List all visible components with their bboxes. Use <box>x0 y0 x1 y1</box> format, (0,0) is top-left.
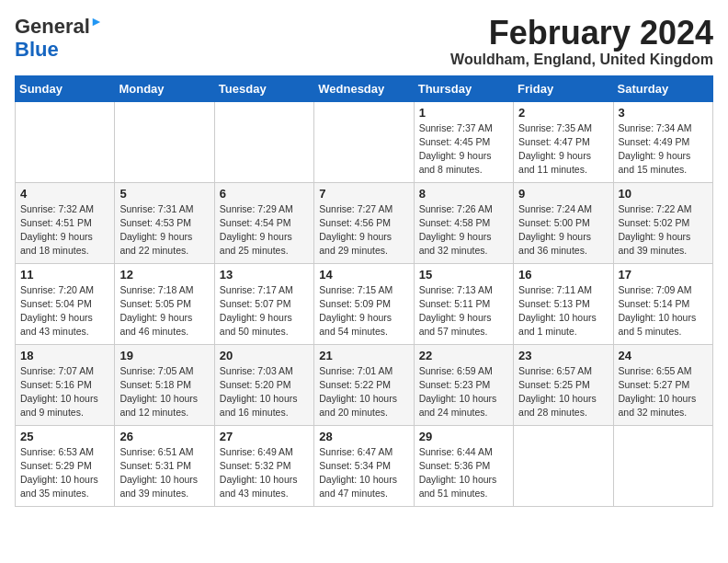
calendar-cell: 18Sunrise: 7:07 AMSunset: 5:16 PMDayligh… <box>16 344 115 425</box>
day-info: Sunrise: 7:01 AMSunset: 5:22 PMDaylight:… <box>319 365 397 419</box>
calendar-cell: 21Sunrise: 7:01 AMSunset: 5:22 PMDayligh… <box>314 344 414 425</box>
calendar-cell: 9Sunrise: 7:24 AMSunset: 5:00 PMDaylight… <box>514 182 613 263</box>
day-number: 15 <box>419 268 508 282</box>
calendar-cell: 22Sunrise: 6:59 AMSunset: 5:23 PMDayligh… <box>414 344 513 425</box>
day-number: 18 <box>20 349 109 362</box>
day-info: Sunrise: 6:44 AMSunset: 5:36 PMDaylight:… <box>419 446 497 500</box>
calendar-week-row: 25Sunrise: 6:53 AMSunset: 5:29 PMDayligh… <box>16 425 713 506</box>
calendar-cell: 1Sunrise: 7:37 AMSunset: 4:45 PMDaylight… <box>414 101 513 182</box>
day-info: Sunrise: 6:55 AMSunset: 5:27 PMDaylight:… <box>619 365 697 419</box>
day-number: 1 <box>419 106 508 120</box>
day-info: Sunrise: 6:47 AMSunset: 5:34 PMDaylight:… <box>319 446 397 500</box>
day-number: 22 <box>419 349 508 362</box>
calendar-cell: 2Sunrise: 7:35 AMSunset: 4:47 PMDaylight… <box>514 101 613 182</box>
calendar-cell: 25Sunrise: 6:53 AMSunset: 5:29 PMDayligh… <box>16 425 115 506</box>
weekday-header-saturday: Saturday <box>613 75 712 101</box>
calendar-cell <box>214 101 313 182</box>
day-info: Sunrise: 7:35 AMSunset: 4:47 PMDaylight:… <box>518 122 592 176</box>
day-info: Sunrise: 7:37 AMSunset: 4:45 PMDaylight:… <box>419 122 493 176</box>
calendar-week-row: 18Sunrise: 7:07 AMSunset: 5:16 PMDayligh… <box>16 344 713 425</box>
day-number: 23 <box>518 349 608 362</box>
day-info: Sunrise: 6:49 AMSunset: 5:32 PMDaylight:… <box>220 446 298 500</box>
day-info: Sunrise: 7:34 AMSunset: 4:49 PMDaylight:… <box>619 122 692 176</box>
calendar-cell: 12Sunrise: 7:18 AMSunset: 5:05 PMDayligh… <box>115 263 214 344</box>
day-number: 24 <box>619 349 708 362</box>
day-number: 13 <box>220 268 309 282</box>
calendar-cell: 3Sunrise: 7:34 AMSunset: 4:49 PMDaylight… <box>613 101 712 182</box>
weekday-header-monday: Monday <box>115 75 214 101</box>
weekday-header-thursday: Thursday <box>414 75 513 101</box>
day-info: Sunrise: 7:27 AMSunset: 4:56 PMDaylight:… <box>319 203 392 257</box>
day-info: Sunrise: 7:13 AMSunset: 5:11 PMDaylight:… <box>419 284 493 338</box>
day-info: Sunrise: 7:05 AMSunset: 5:18 PMDaylight:… <box>119 365 198 419</box>
calendar-cell: 16Sunrise: 7:11 AMSunset: 5:13 PMDayligh… <box>514 263 613 344</box>
day-info: Sunrise: 7:09 AMSunset: 5:14 PMDaylight:… <box>619 284 697 338</box>
calendar-table: SundayMondayTuesdayWednesdayThursdayFrid… <box>15 75 713 507</box>
calendar-cell <box>613 425 712 506</box>
calendar-cell: 29Sunrise: 6:44 AMSunset: 5:36 PMDayligh… <box>414 425 513 506</box>
day-number: 14 <box>319 268 408 282</box>
day-number: 25 <box>20 430 109 443</box>
calendar-cell: 4Sunrise: 7:32 AMSunset: 4:51 PMDaylight… <box>16 182 115 263</box>
day-info: Sunrise: 7:07 AMSunset: 5:16 PMDaylight:… <box>20 365 98 419</box>
calendar-cell <box>16 101 115 182</box>
day-number: 21 <box>319 349 408 362</box>
calendar-week-row: 11Sunrise: 7:20 AMSunset: 5:04 PMDayligh… <box>16 263 713 344</box>
day-info: Sunrise: 7:17 AMSunset: 5:07 PMDaylight:… <box>220 284 293 338</box>
calendar-week-row: 4Sunrise: 7:32 AMSunset: 4:51 PMDaylight… <box>16 182 713 263</box>
calendar-cell: 6Sunrise: 7:29 AMSunset: 4:54 PMDaylight… <box>214 182 313 263</box>
day-info: Sunrise: 7:24 AMSunset: 5:00 PMDaylight:… <box>518 203 592 257</box>
calendar-cell: 11Sunrise: 7:20 AMSunset: 5:04 PMDayligh… <box>16 263 115 344</box>
calendar-cell <box>314 101 414 182</box>
calendar-cell: 14Sunrise: 7:15 AMSunset: 5:09 PMDayligh… <box>314 263 414 344</box>
day-number: 26 <box>119 430 209 443</box>
weekday-header-sunday: Sunday <box>16 75 115 101</box>
calendar-cell <box>514 425 613 506</box>
weekday-header-tuesday: Tuesday <box>214 75 313 101</box>
day-info: Sunrise: 7:32 AMSunset: 4:51 PMDaylight:… <box>20 203 94 257</box>
calendar-cell <box>115 101 214 182</box>
day-number: 8 <box>419 187 508 201</box>
title-area: February 2024 Wouldham, England, United … <box>450 15 713 68</box>
calendar-cell: 20Sunrise: 7:03 AMSunset: 5:20 PMDayligh… <box>214 344 313 425</box>
logo-blue: Blue <box>15 38 59 61</box>
day-number: 2 <box>518 106 608 120</box>
day-info: Sunrise: 7:26 AMSunset: 4:58 PMDaylight:… <box>419 203 493 257</box>
logo-text: General► Blue <box>15 15 103 61</box>
day-number: 11 <box>20 268 109 282</box>
day-info: Sunrise: 7:11 AMSunset: 5:13 PMDaylight:… <box>518 284 597 338</box>
calendar-cell: 7Sunrise: 7:27 AMSunset: 4:56 PMDaylight… <box>314 182 414 263</box>
day-number: 10 <box>619 187 708 201</box>
calendar-cell: 17Sunrise: 7:09 AMSunset: 5:14 PMDayligh… <box>613 263 712 344</box>
day-info: Sunrise: 7:29 AMSunset: 4:54 PMDaylight:… <box>220 203 293 257</box>
day-number: 29 <box>419 430 508 443</box>
weekday-header-friday: Friday <box>514 75 613 101</box>
day-number: 9 <box>518 187 608 201</box>
day-info: Sunrise: 6:57 AMSunset: 5:25 PMDaylight:… <box>518 365 597 419</box>
day-info: Sunrise: 7:03 AMSunset: 5:20 PMDaylight:… <box>220 365 298 419</box>
page-header: General► Blue February 2024 Wouldham, En… <box>15 15 713 68</box>
calendar-cell: 28Sunrise: 6:47 AMSunset: 5:34 PMDayligh… <box>314 425 414 506</box>
day-info: Sunrise: 7:31 AMSunset: 4:53 PMDaylight:… <box>119 203 193 257</box>
day-number: 16 <box>518 268 608 282</box>
day-info: Sunrise: 6:59 AMSunset: 5:23 PMDaylight:… <box>419 365 497 419</box>
day-info: Sunrise: 7:15 AMSunset: 5:09 PMDaylight:… <box>319 284 392 338</box>
location-title: Wouldham, England, United Kingdom <box>450 52 713 68</box>
day-info: Sunrise: 6:53 AMSunset: 5:29 PMDaylight:… <box>20 446 98 500</box>
calendar-cell: 26Sunrise: 6:51 AMSunset: 5:31 PMDayligh… <box>115 425 214 506</box>
day-number: 27 <box>220 430 309 443</box>
day-number: 6 <box>220 187 309 201</box>
day-number: 19 <box>119 349 209 362</box>
weekday-header-row: SundayMondayTuesdayWednesdayThursdayFrid… <box>16 75 713 101</box>
day-number: 17 <box>619 268 708 282</box>
calendar-cell: 8Sunrise: 7:26 AMSunset: 4:58 PMDaylight… <box>414 182 513 263</box>
calendar-cell: 15Sunrise: 7:13 AMSunset: 5:11 PMDayligh… <box>414 263 513 344</box>
month-title: February 2024 <box>450 15 713 52</box>
calendar-cell: 10Sunrise: 7:22 AMSunset: 5:02 PMDayligh… <box>613 182 712 263</box>
day-number: 7 <box>319 187 408 201</box>
day-number: 3 <box>619 106 708 120</box>
logo-general: General <box>15 15 90 38</box>
calendar-cell: 23Sunrise: 6:57 AMSunset: 5:25 PMDayligh… <box>514 344 613 425</box>
day-number: 20 <box>220 349 309 362</box>
day-number: 28 <box>319 430 408 443</box>
